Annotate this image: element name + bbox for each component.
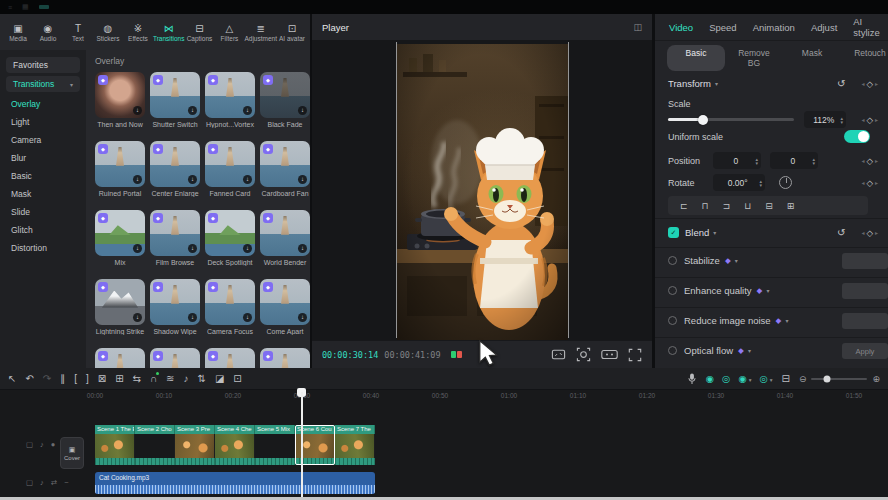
position-y-stepper[interactable]: ▴▾ bbox=[812, 157, 815, 165]
inspector-subtab[interactable]: Retouch bbox=[841, 45, 888, 71]
transition-thumbnail[interactable] bbox=[205, 72, 255, 118]
download-icon[interactable] bbox=[298, 313, 307, 322]
transition-thumbnail[interactable] bbox=[95, 210, 145, 256]
transition-left[interactable]: ◉ bbox=[738, 373, 751, 384]
scale-keyframe[interactable]: ◂◇▸ bbox=[861, 115, 878, 125]
timeline-ruler[interactable]: 00:0000:1000:2000:3000:4000:5001:0001:10… bbox=[0, 390, 888, 402]
delete[interactable]: ⊠ bbox=[98, 373, 106, 385]
download-icon[interactable] bbox=[298, 106, 307, 115]
duplicate[interactable]: ⊞ bbox=[115, 373, 123, 385]
reverse[interactable]: ⇆ bbox=[133, 373, 141, 385]
zoom-in-icon[interactable]: ⊕ bbox=[872, 374, 880, 384]
download-icon[interactable] bbox=[188, 106, 197, 115]
transition-card[interactable]: Hypnot...Vortex bbox=[205, 72, 255, 128]
inspector-subtab[interactable]: Basic bbox=[667, 45, 725, 71]
inspector-tab[interactable]: Video bbox=[669, 22, 693, 33]
video-frame-cat-chef[interactable] bbox=[397, 44, 568, 340]
adapt-screen-icon[interactable]: ⊟ bbox=[782, 373, 790, 385]
audio-clip[interactable]: Cat Cooking.mp3 bbox=[95, 472, 375, 494]
transition-card[interactable]: Black Fade bbox=[260, 72, 310, 128]
blend-keyframe[interactable]: ◂◇▸ bbox=[861, 228, 878, 238]
ratio-icon[interactable] bbox=[551, 347, 566, 362]
transition-card[interactable]: Shadow Wipe bbox=[150, 279, 200, 335]
reset-icon[interactable]: ↺ bbox=[837, 78, 845, 89]
ribbon-tab[interactable]: ※ Effects bbox=[123, 15, 153, 49]
transition-card[interactable]: Ruined Portal bbox=[95, 141, 145, 197]
inspector-subtab[interactable]: Remove BG bbox=[725, 45, 783, 71]
section-checkbox[interactable] bbox=[668, 316, 677, 325]
scale-value-box[interactable]: 112% ▴▾ bbox=[804, 111, 846, 128]
transition-thumbnail[interactable] bbox=[150, 72, 200, 118]
keyframe-control[interactable]: ◂◇▸ bbox=[861, 79, 878, 89]
section-expand-icon[interactable]: ▾ bbox=[748, 347, 751, 354]
section-expand-icon[interactable]: ▾ bbox=[766, 287, 769, 294]
display-settings-icon[interactable]: ◫ bbox=[633, 22, 642, 32]
trim-right[interactable]: ] bbox=[86, 373, 89, 385]
window-menu-icon[interactable]: ≡ bbox=[8, 4, 12, 11]
audio[interactable]: ♪ bbox=[183, 373, 188, 385]
transition-thumbnail[interactable] bbox=[95, 348, 145, 368]
transition-card[interactable]: Lightning Strike bbox=[95, 279, 145, 335]
transition-thumbnail[interactable] bbox=[95, 72, 145, 118]
rotate-stepper[interactable]: ▴▾ bbox=[759, 179, 762, 187]
position-y-box[interactable]: 0 ▴▾ bbox=[770, 152, 818, 169]
sidebar-item[interactable]: Slide bbox=[0, 203, 86, 221]
sidebar-item[interactable]: Camera bbox=[0, 131, 86, 149]
video-clip[interactable]: Scene 3 Pre bbox=[175, 425, 215, 465]
mute-track-icon[interactable]: ♪ bbox=[40, 478, 44, 487]
window-grid-icon[interactable]: ▦ bbox=[22, 3, 29, 11]
trim-left[interactable]: [ bbox=[74, 373, 77, 385]
download-icon[interactable] bbox=[243, 106, 252, 115]
transition-card[interactable]: Cardboard Fan bbox=[260, 141, 310, 197]
transition-thumbnail[interactable] bbox=[260, 141, 310, 187]
position-keyframe[interactable]: ◂◇▸ bbox=[861, 156, 878, 166]
transition-thumbnail[interactable] bbox=[95, 279, 145, 325]
blend-expand-icon[interactable]: ▾ bbox=[713, 229, 716, 236]
rotate-value-box[interactable]: 0.00° ▴▾ bbox=[713, 174, 765, 191]
canvas-selection-right[interactable] bbox=[568, 42, 569, 338]
download-icon[interactable] bbox=[133, 313, 142, 322]
mirror[interactable]: ⇅ bbox=[197, 373, 205, 385]
inspector-tab[interactable]: Adjust bbox=[811, 22, 837, 33]
section-action-button[interactable] bbox=[842, 313, 888, 329]
effect-section-row[interactable]: Stabilize ◆ ▾ bbox=[655, 247, 888, 266]
transition-thumbnail[interactable] bbox=[260, 279, 310, 325]
position-x-stepper[interactable]: ▴▾ bbox=[755, 157, 758, 165]
sidebar-item[interactable]: Glitch bbox=[0, 221, 86, 239]
playhead-line[interactable] bbox=[301, 392, 303, 497]
section-action-button[interactable]: Apply bbox=[842, 343, 888, 359]
transition-card[interactable]: Film Browse bbox=[150, 210, 200, 266]
transition-card[interactable] bbox=[95, 348, 145, 368]
transition-card[interactable]: Center Enlarge bbox=[150, 141, 200, 197]
sidebar-item[interactable]: Basic bbox=[0, 167, 86, 185]
cover-button[interactable]: ▣ Cover bbox=[60, 437, 84, 469]
category-dropdown[interactable]: Transitions ▾ bbox=[6, 76, 80, 92]
select[interactable]: ↖ bbox=[8, 373, 16, 385]
video-clip[interactable]: Scene 4 Che bbox=[215, 425, 255, 465]
uniform-scale-toggle[interactable] bbox=[844, 130, 870, 143]
record[interactable]: ⊡ bbox=[233, 373, 241, 385]
ribbon-tab[interactable]: ◍ Stickers bbox=[93, 15, 123, 49]
video-clip[interactable]: Scene 2 Cho bbox=[135, 425, 175, 465]
split[interactable]: ∥ bbox=[60, 373, 65, 385]
ribbon-tab[interactable]: ◉ Audio bbox=[33, 15, 63, 49]
ribbon-tab[interactable]: T Text bbox=[63, 15, 93, 49]
track-handle-icon[interactable]: − bbox=[64, 478, 68, 487]
transition-card[interactable] bbox=[150, 348, 200, 368]
download-icon[interactable] bbox=[243, 244, 252, 253]
transition-card[interactable] bbox=[260, 348, 310, 368]
zoom-slider[interactable] bbox=[811, 378, 867, 380]
download-icon[interactable] bbox=[298, 244, 307, 253]
sidebar-item[interactable]: Mask bbox=[0, 185, 86, 203]
transition-thumbnail[interactable] bbox=[260, 210, 310, 256]
ribbon-tab[interactable]: ▣ Media bbox=[3, 15, 33, 49]
download-icon[interactable] bbox=[133, 244, 142, 253]
transition-thumbnail[interactable] bbox=[205, 348, 255, 368]
section-action-button[interactable] bbox=[842, 253, 888, 269]
transition-card[interactable] bbox=[205, 348, 255, 368]
inspector-tab[interactable]: AI stylize bbox=[853, 16, 879, 38]
keyframe-in[interactable]: ◉ bbox=[706, 373, 714, 384]
transition-right[interactable]: ◎ bbox=[759, 373, 772, 384]
focus-icon[interactable] bbox=[576, 347, 591, 362]
align-bottom-icon[interactable]: ⊔ bbox=[744, 201, 751, 211]
